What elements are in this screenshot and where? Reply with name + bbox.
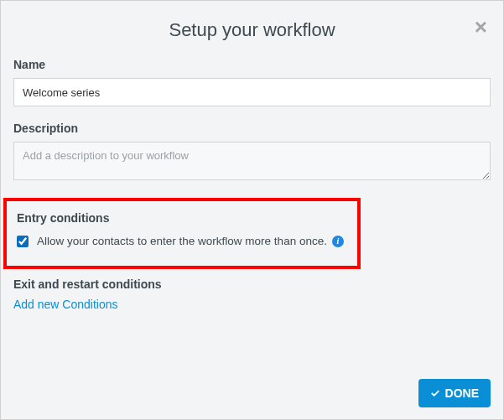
description-group: Description bbox=[13, 122, 491, 183]
exit-restart-title: Exit and restart conditions bbox=[13, 277, 491, 291]
modal-footer: DONE bbox=[418, 379, 491, 407]
add-conditions-link[interactable]: Add new Conditions bbox=[13, 298, 118, 311]
done-button[interactable]: DONE bbox=[418, 379, 491, 407]
entry-allow-reentry-checkbox[interactable] bbox=[17, 236, 29, 247]
workflow-setup-modal: Setup your workflow × Name Description E… bbox=[0, 0, 504, 420]
name-input[interactable] bbox=[13, 78, 491, 106]
check-icon bbox=[430, 388, 440, 398]
entry-checkbox-label: Allow your contacts to enter the workflo… bbox=[37, 235, 327, 247]
entry-conditions-highlight: Entry conditions Allow your contacts to … bbox=[3, 198, 361, 269]
entry-checkbox-row: Allow your contacts to enter the workflo… bbox=[17, 235, 347, 247]
close-button[interactable]: × bbox=[475, 16, 487, 38]
description-label: Description bbox=[13, 122, 491, 135]
entry-checkbox-label-wrap[interactable]: Allow your contacts to enter the workflo… bbox=[37, 235, 344, 247]
close-icon: × bbox=[475, 14, 487, 39]
modal-header: Setup your workflow × bbox=[13, 13, 491, 58]
description-textarea[interactable] bbox=[13, 142, 491, 180]
modal-title: Setup your workflow bbox=[13, 19, 491, 41]
entry-conditions-title: Entry conditions bbox=[17, 211, 347, 225]
name-group: Name bbox=[13, 58, 491, 106]
exit-restart-section: Exit and restart conditions Add new Cond… bbox=[13, 277, 491, 311]
info-icon[interactable]: i bbox=[332, 236, 344, 247]
done-button-label: DONE bbox=[445, 386, 479, 400]
name-label: Name bbox=[13, 58, 491, 71]
